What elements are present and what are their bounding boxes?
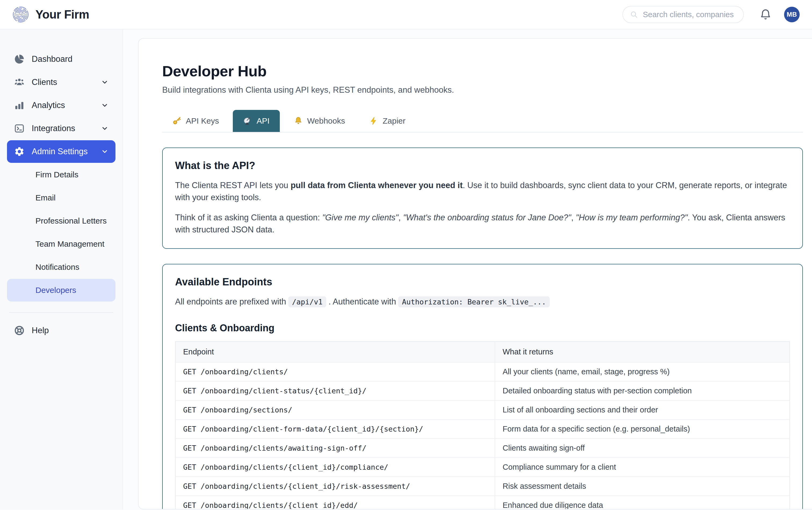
table-header-row: Endpoint What it returns [175,342,790,362]
sidebar-item-label: Dashboard [32,54,72,64]
tab-label: API Keys [186,116,219,125]
sidebar-item-help[interactable]: Help [7,319,116,342]
terminal-icon [14,123,25,134]
table-row: GET /onboarding/client-form-data/{client… [175,420,790,438]
page-subtitle: Build integrations with Clienta using AP… [162,85,803,95]
key-icon [172,116,182,125]
sidebar-subitem-developers[interactable]: Developers [7,279,116,302]
column-header-returns: What it returns [495,342,790,362]
bell-gold-icon [294,116,303,125]
chevron-down-icon [101,79,109,86]
brand: YOUR FIRMS LOGO Your Firm [12,6,89,23]
sidebar-subitem-notifications[interactable]: Notifications [7,256,116,278]
pie-chart-icon [14,54,25,64]
firm-logo-icon: YOUR FIRMS LOGO [12,6,29,23]
tab-api-keys[interactable]: API Keys [162,110,229,132]
sidebar-item-label: Help [32,326,49,335]
endpoint-cell: GET /onboarding/sections/ [175,400,495,420]
chevron-down-icon [101,102,109,109]
satellite-icon [243,116,252,125]
section-heading-clients-onboarding: Clients & Onboarding [175,322,790,334]
user-avatar[interactable]: MB [784,7,800,22]
table-row: GET /onboarding/clients/awaiting-sign-of… [175,438,790,458]
endpoint-cell: GET /onboarding/clients/{client_id}/risk… [175,477,495,496]
tab-api[interactable]: API [233,110,279,132]
chevron-down-icon [101,125,109,132]
sidebar: Dashboard Clients [0,30,123,509]
sidebar-subitem-team-management[interactable]: Team Management [7,233,116,255]
sidebar-item-label: Integrations [32,123,75,133]
endpoint-cell: GET /onboarding/client-form-data/{client… [175,420,495,438]
life-buoy-icon [14,325,25,336]
about-api-card: What is the API? The Clienta REST API le… [162,147,803,249]
endpoint-cell: GET /onboarding/clients/awaiting-sign-of… [175,438,495,458]
search-icon [630,10,638,19]
endpoint-cell: GET /onboarding/clients/{client_id}/comp… [175,458,495,477]
endpoints-prefix-line: All endpoints are prefixed with/api/v1. … [175,296,790,308]
chevron-down-icon [101,148,109,155]
tab-webhooks[interactable]: Webhooks [283,110,355,132]
bell-icon [759,8,772,21]
api-prefix-code: /api/v1 [289,296,327,307]
returns-cell: Risk assessment details [495,477,790,496]
about-api-paragraph-2: Think of it as asking Clienta a question… [175,212,790,236]
global-search[interactable] [623,6,744,23]
about-api-paragraph-1: The Clienta REST API lets you pull data … [175,179,790,204]
bar-chart-icon [14,100,25,111]
search-input[interactable] [642,10,745,19]
sidebar-item-integrations[interactable]: Integrations [7,117,116,140]
sidebar-item-label: Clients [32,77,57,87]
endpoint-cell: GET /onboarding/client-status/{client_id… [175,381,495,400]
sidebar-subitem-professional-letters[interactable]: Professional Letters [7,209,116,232]
tab-bar: API Keys API [162,110,803,133]
endpoint-cell: GET /onboarding/clients/ [175,362,495,381]
returns-cell: Detailed onboarding status with per-sect… [495,381,790,400]
table-row: GET /onboarding/clients/ All your client… [175,362,790,381]
auth-header-code: Authorization: Bearer sk_live_... [398,296,550,307]
table-row: GET /onboarding/client-status/{client_id… [175,381,790,400]
zap-icon [369,116,378,125]
returns-cell: Clients awaiting sign-off [495,438,790,458]
endpoints-table: Endpoint What it returns GET /onboarding… [175,341,790,509]
endpoints-card: Available Endpoints All endpoints are pr… [162,264,803,509]
gear-icon [14,146,25,157]
table-row: GET /onboarding/clients/{client_id}/edd/… [175,496,790,509]
svg-text:YOUR FIRMS LOGO: YOUR FIRMS LOGO [14,14,28,15]
sidebar-subitem-firm-details[interactable]: Firm Details [7,163,116,186]
tab-label: API [257,116,269,125]
column-header-endpoint: Endpoint [175,342,495,362]
sidebar-item-label: Admin Settings [32,147,88,157]
endpoints-heading: Available Endpoints [175,276,790,288]
tab-label: Webhooks [307,116,345,125]
brand-name: Your Firm [35,8,89,21]
users-icon [14,77,25,88]
sidebar-item-clients[interactable]: Clients [7,71,116,93]
table-row: GET /onboarding/sections/ List of all on… [175,400,790,420]
returns-cell: List of all onboarding sections and thei… [495,400,790,420]
main-content-panel: Developer Hub Build integrations with Cl… [138,38,812,509]
returns-cell: Form data for a specific section (e.g. p… [495,420,790,438]
sidebar-subitem-email[interactable]: Email [7,187,116,209]
sidebar-item-dashboard[interactable]: Dashboard [7,48,116,70]
returns-cell: All your clients (name, email, stage, pr… [495,362,790,381]
sidebar-item-analytics[interactable]: Analytics [7,94,116,117]
sidebar-item-label: Analytics [32,101,65,110]
page-title: Developer Hub [162,62,803,80]
returns-cell: Enhanced due diligence data [495,496,790,509]
returns-cell: Compliance summary for a client [495,458,790,477]
sidebar-divider [9,312,113,313]
notifications-button[interactable] [759,8,772,21]
endpoint-cell: GET /onboarding/clients/{client_id}/edd/ [175,496,495,509]
table-row: GET /onboarding/clients/{client_id}/comp… [175,458,790,477]
about-api-heading: What is the API? [175,160,790,171]
tab-zapier[interactable]: Zapier [359,110,416,132]
top-header: YOUR FIRMS LOGO Your Firm MB [0,0,812,30]
table-row: GET /onboarding/clients/{client_id}/risk… [175,477,790,496]
tab-label: Zapier [383,116,405,125]
sidebar-item-admin-settings[interactable]: Admin Settings [7,140,116,163]
